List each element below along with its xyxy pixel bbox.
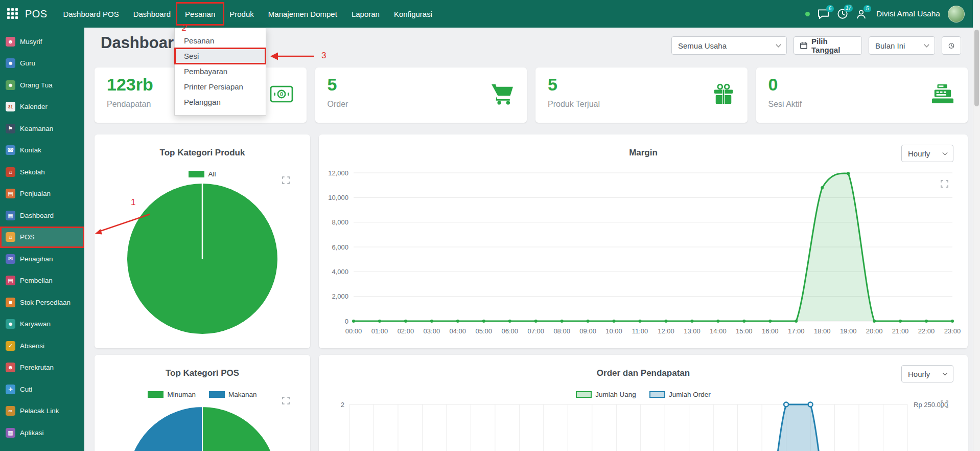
recruitment-icon: ☻ [6,363,15,372]
sidebar-item-label: Perekrutan [20,364,54,371]
invoice-icon: ✉ [6,254,15,264]
business-select-value: Semua Usaha [678,41,727,50]
stat-card-sesi-aktif: 0Sesi Aktif [756,67,968,123]
person-icon: ☻ [6,37,15,47]
dropdown-item-pembayaran[interactable]: Pembayaran [175,64,266,79]
brand-title[interactable]: POS [25,8,47,20]
sidebar-item-label: Karyawan [20,320,51,328]
sidebar-item-stok-persediaan[interactable]: ■Stok Persediaan [0,291,84,313]
sidebar-item-penagihan[interactable]: ✉Penagihan [0,248,84,270]
sidebar-item-label: Guru [20,59,35,67]
attendance-icon: ✓ [6,341,15,351]
people-icon: ☻ [6,80,15,90]
sidebar-item-penjualan[interactable]: ▤Penjualan [0,183,84,205]
history-button[interactable] [942,36,961,55]
nav-item-label: Produk [229,10,254,18]
margin-line-chart: 02,0004,0006,0008,00010,00012,00000:0001… [319,170,968,347]
pie-chart [95,134,310,348]
calendar-icon: 31 [6,102,15,111]
sidebar-item-label: Pelacak Link [20,407,59,415]
sidebar-item-kalender[interactable]: 31Kalender [0,96,84,118]
sidebar-item-cuti[interactable]: ✈Cuti [0,378,84,400]
svg-text:21:00: 21:00 [892,327,909,335]
nav-item-label: Dashboard POS [63,10,119,18]
chevron-down-icon [924,42,929,47]
svg-text:15:00: 15:00 [736,327,753,335]
purchase-icon: ▤ [6,276,15,285]
chevron-down-icon [776,42,781,47]
messages-icon[interactable]: 6 [818,9,829,19]
stat-value: 0 [768,75,956,94]
top-kategori-produk-card: Top Kategori Produk All [95,134,310,348]
sidebar-item-kontak[interactable]: ☎Kontak [0,140,84,162]
sidebar-item-pos[interactable]: ⌂POS [0,227,84,249]
sidebar-item-label: Pembelian [20,277,53,284]
svg-text:16:00: 16:00 [762,327,779,335]
svg-text:2: 2 [341,401,344,409]
sidebar-item-sekolah[interactable]: ⌂Sekolah [0,161,84,183]
sidebar-item-guru[interactable]: ☻Guru [0,53,84,75]
nav-item-pesanan[interactable]: Pesanan2 [178,0,222,28]
nav-item-manajemen-dompet[interactable]: Manajemen Dompet [261,0,344,28]
person-icon: ☻ [6,58,15,68]
user-avatar[interactable] [948,6,965,22]
svg-text:10,000: 10,000 [328,194,348,201]
sidebar-item-label: Penjualan [20,190,51,197]
dropdown-item-pesanan[interactable]: Pesanan [175,33,266,49]
sidebar-item-pelacak-link[interactable]: ∞Pelacak Link [0,400,84,422]
stat-label: Produk Terjual [548,100,735,109]
nav-item-label: Konfigurasi [394,10,432,18]
svg-text:00:00: 00:00 [345,327,362,335]
dropdown-item-pelanggan[interactable]: Pelanggan [175,95,266,110]
nav-item-laporan[interactable]: Laporan [344,0,387,28]
sidebar-item-pembelian[interactable]: ▤Pembelian [0,270,84,292]
margin-interval-select[interactable]: Hourly [901,145,953,162]
sidebar-item-aplikasi[interactable]: ▦Aplikasi [0,422,84,444]
pick-date-button[interactable]: Pilih Tanggal [794,36,862,55]
online-status-dot [805,12,810,16]
legend-swatch [576,391,592,398]
nav-item-dashboard[interactable]: Dashboard [126,0,178,28]
nav-item-dashboard-pos[interactable]: Dashboard POS [56,0,126,28]
stat-value: 5 [328,75,515,94]
messages-badge: 6 [826,5,834,12]
register-icon [931,84,954,106]
sidebar-item-dashboard[interactable]: ▦Dashboard [0,205,84,227]
svg-text:20:00: 20:00 [866,327,883,335]
sidebar-item-label: Musyrif [20,38,42,46]
sidebar-item-perekrutan[interactable]: ☻Perekrutan [0,357,84,379]
chart-title: Margin [319,148,968,158]
nav-item-produk[interactable]: Produk [222,0,261,28]
sidebar-item-orang-tua[interactable]: ☻Orang Tua [0,74,84,96]
svg-text:14:00: 14:00 [710,327,727,335]
business-select[interactable]: Semua Usaha [671,36,787,55]
scrollbar-thumb[interactable] [974,30,979,106]
svg-text:06:00: 06:00 [501,327,518,335]
orders-interval-select[interactable]: Hourly [901,365,953,382]
chart-legend: Jumlah UangJumlah Order [319,391,968,398]
notifications-icon[interactable]: 5 [856,9,867,19]
company-switcher[interactable]: Divisi Amal Usaha [876,9,940,18]
svg-text:23:00: 23:00 [944,327,961,335]
employees-icon: ☻ [6,319,15,329]
dropdown-item-sesi[interactable]: Sesi [175,49,266,64]
sidebar-item-absensi[interactable]: ✓Absensi [0,335,84,357]
period-select[interactable]: Bulan Ini [869,36,935,55]
svg-text:03:00: 03:00 [424,327,440,335]
svg-text:07:00: 07:00 [527,327,544,335]
sidebar-item-label: Stok Persediaan [20,299,71,306]
activities-icon[interactable]: 17 [837,8,848,19]
apps-grid-icon[interactable] [7,8,18,19]
legend-swatch [649,391,665,398]
vertical-scrollbar[interactable] [973,0,980,451]
svg-text:09:00: 09:00 [579,327,596,335]
interval-value: Hourly [908,370,930,378]
inventory-icon: ■ [6,298,15,307]
dropdown-item-printer-persiapan[interactable]: Printer Persiapan [175,79,266,95]
svg-text:10:00: 10:00 [605,327,622,335]
sidebar-item-musyrif[interactable]: ☻Musyrif [0,31,84,53]
nav-item-konfigurasi[interactable]: Konfigurasi [387,0,439,28]
sidebar-item-label: Sekolah [20,168,45,176]
sidebar-item-karyawan[interactable]: ☻Karyawan [0,313,84,335]
sidebar-item-keamanan[interactable]: ⚑Keamanan [0,118,84,140]
